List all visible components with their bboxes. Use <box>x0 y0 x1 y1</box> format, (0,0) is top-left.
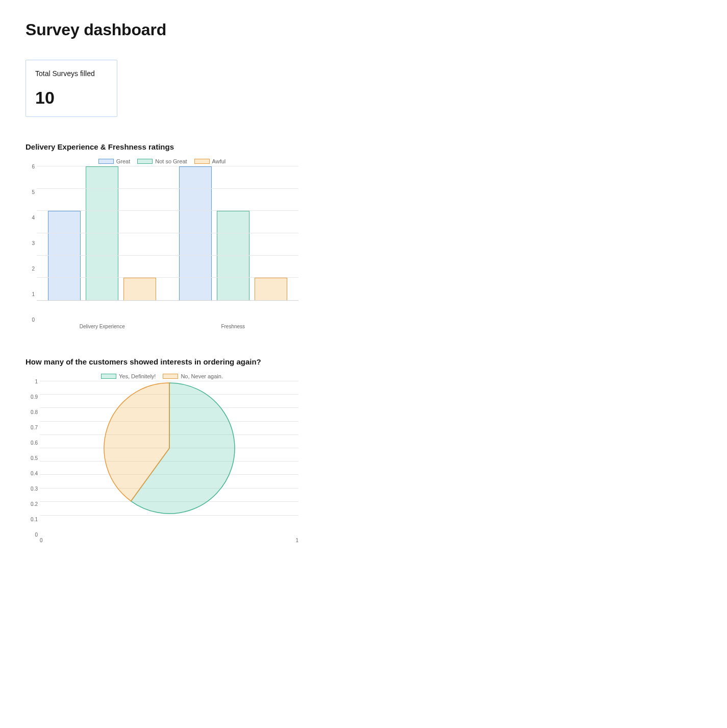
pie-chart-legend: Yes, Definitely!No, Never again. <box>26 373 298 379</box>
total-surveys-value: 10 <box>35 89 108 106</box>
pie-chart-plot <box>40 381 298 516</box>
pie-chart-ytick: 0.9 <box>31 394 38 400</box>
bar-category-label: Delivery Experience <box>37 320 168 329</box>
pie-chart-xtick: 0 <box>40 538 43 543</box>
legend-swatch <box>163 374 178 379</box>
total-surveys-label: Total Surveys filled <box>35 69 108 78</box>
bar-chart-ytick: 1 <box>32 292 35 297</box>
legend-label: Great <box>116 158 131 164</box>
pie-chart: 00.10.20.30.40.50.60.70.80.91 <box>26 381 298 535</box>
pie-chart-ytick: 0.3 <box>31 486 38 492</box>
legend-swatch <box>101 374 116 379</box>
legend-label: Yes, Definitely! <box>119 373 156 379</box>
legend-swatch <box>137 159 153 164</box>
legend-label: No, Never again. <box>181 373 223 379</box>
bar <box>179 166 212 300</box>
bar-chart-title: Delivery Experience & Freshness ratings <box>26 142 701 151</box>
bar-group <box>37 166 168 300</box>
bar-chart-ytick: 0 <box>32 317 35 323</box>
bar <box>255 278 287 300</box>
bar <box>48 211 81 300</box>
pie-chart-ytick: 0.1 <box>31 517 38 522</box>
legend-item[interactable]: Great <box>98 158 131 164</box>
pie-chart-x-axis: 01 <box>40 535 298 543</box>
legend-swatch <box>194 159 210 164</box>
bar-chart-ytick: 2 <box>32 266 35 272</box>
pie-chart-ytick: 0.7 <box>31 425 38 430</box>
legend-item[interactable]: No, Never again. <box>163 373 223 379</box>
bar-chart-ytick: 4 <box>32 215 35 221</box>
bar-chart-ytick: 6 <box>32 164 35 169</box>
bar-chart-ytick: 5 <box>32 189 35 195</box>
pie-chart-ytick: 0.8 <box>31 409 38 415</box>
legend-item[interactable]: Awful <box>194 158 226 164</box>
pie-chart-ytick: 1 <box>35 379 38 384</box>
bar-category-label: Freshness <box>168 320 299 329</box>
pie-chart-title: How many of the customers showed interes… <box>26 357 701 366</box>
legend-label: Awful <box>212 158 226 164</box>
pie-chart-ytick: 0.5 <box>31 455 38 461</box>
legend-item[interactable]: Yes, Definitely! <box>101 373 156 379</box>
bar-chart-ytick: 3 <box>32 240 35 246</box>
bar-chart: 0123456 <box>26 166 298 320</box>
bar-chart-legend: GreatNot so GreatAwful <box>26 158 298 164</box>
bar-chart-y-axis: 0123456 <box>26 166 37 320</box>
bar-group <box>168 166 299 300</box>
bar-chart-plot <box>37 166 298 301</box>
pie-chart-ytick: 0.6 <box>31 440 38 446</box>
pie-chart-y-axis: 00.10.20.30.40.50.60.70.80.91 <box>26 381 40 535</box>
bar <box>217 211 249 300</box>
total-surveys-card: Total Surveys filled 10 <box>26 60 117 117</box>
legend-label: Not so Great <box>155 158 187 164</box>
pie-chart-ytick: 0 <box>35 532 38 538</box>
pie-chart-xtick: 1 <box>295 538 298 543</box>
bar <box>86 166 118 300</box>
pie-chart-ytick: 0.4 <box>31 471 38 476</box>
page-title: Survey dashboard <box>26 20 701 39</box>
pie-chart-svg <box>103 382 236 515</box>
legend-item[interactable]: Not so Great <box>137 158 187 164</box>
bar-chart-category-labels: Delivery ExperienceFreshness <box>37 320 298 329</box>
pie-chart-ytick: 0.2 <box>31 501 38 507</box>
bar <box>123 278 156 300</box>
legend-swatch <box>98 159 114 164</box>
